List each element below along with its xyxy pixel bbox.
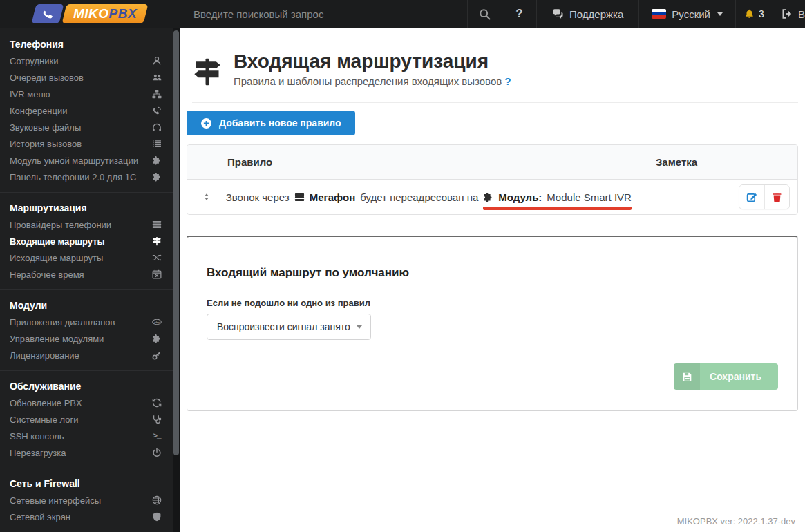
logout-button[interactable]: В bbox=[773, 0, 805, 28]
sidebar-item-sound-files[interactable]: Звуковые файлы bbox=[0, 119, 180, 135]
server-icon bbox=[151, 220, 163, 229]
column-note: Заметка bbox=[625, 156, 728, 168]
sidebar-item-network-interfaces[interactable]: Сетевые интерфейсы bbox=[0, 492, 180, 509]
sidebar-item-licensing[interactable]: Лицензирование bbox=[0, 347, 180, 363]
search-icon bbox=[479, 8, 491, 20]
users-icon bbox=[151, 73, 163, 82]
sidebar-item-call-queues[interactable]: Очереди вызовов bbox=[0, 69, 180, 86]
section-title: Телефония bbox=[0, 36, 180, 53]
rule-destination: Модуль: Module Smart IVR bbox=[483, 191, 632, 210]
bell-icon bbox=[744, 8, 755, 19]
sidebar-item-module-management[interactable]: Управление модулями bbox=[0, 330, 180, 347]
add-rule-button[interactable]: Добавить новое правило bbox=[187, 111, 355, 135]
version-label: MIKOPBX ver: 2022.1.37-dev bbox=[677, 516, 795, 526]
top-bar: MIKOPBX ? Поддержка Русский 3 В bbox=[0, 0, 805, 28]
chevron-down-icon bbox=[357, 325, 362, 329]
sidebar-item-firewall[interactable]: Сетевой экран bbox=[0, 509, 180, 525]
sign-out-icon bbox=[782, 8, 793, 19]
notifications-count: 3 bbox=[759, 8, 764, 19]
shuffle-icon bbox=[151, 253, 163, 263]
save-floppy-icon bbox=[674, 363, 700, 390]
rule-description: Звонок через Мегафон будет переадресован… bbox=[226, 191, 632, 203]
save-button[interactable]: Сохранить bbox=[674, 363, 778, 390]
default-route-title: Входящий маршрут по умолчанию bbox=[207, 266, 778, 280]
table-header-row: Правило Заметка bbox=[187, 145, 797, 180]
row-actions bbox=[739, 184, 790, 209]
terminal-icon: >_ bbox=[151, 432, 163, 440]
phone-logo-icon bbox=[32, 4, 64, 23]
table-row: Звонок через Мегафон будет переадресован… bbox=[187, 180, 797, 214]
search-button[interactable] bbox=[467, 0, 502, 28]
section-title: Обслуживание bbox=[0, 378, 180, 395]
sitemap-icon bbox=[151, 89, 163, 99]
search-area bbox=[180, 0, 467, 28]
sidebar-item-call-history[interactable]: История вызовов bbox=[0, 135, 180, 152]
sidebar-item-off-work-time[interactable]: Нерабочее время bbox=[0, 266, 180, 283]
sidebar-item-outgoing-routes[interactable]: Исходящие маршруты bbox=[0, 249, 180, 266]
sidebar-item-ivr-menu[interactable]: IVR меню bbox=[0, 86, 180, 102]
section-title: Модули bbox=[0, 297, 180, 314]
mikopbx-logo[interactable]: MIKOPBX bbox=[34, 4, 146, 23]
user-icon bbox=[151, 56, 163, 66]
puzzle-icon bbox=[483, 192, 493, 202]
puzzle-icon bbox=[151, 334, 163, 343]
sidebar-item-phone-panel-1c[interactable]: Панель телефонии 2.0 для 1С bbox=[0, 169, 180, 185]
shield-icon bbox=[151, 512, 163, 522]
sidebar-section-routing: Маршрутизация Провайдеры телефонии Входя… bbox=[0, 192, 180, 289]
signpost-icon bbox=[151, 236, 163, 246]
support-button[interactable]: Поддержка bbox=[536, 0, 638, 28]
sidebar: Телефония Сотрудники Очереди вызовов IVR… bbox=[0, 28, 180, 532]
signpost-page-icon bbox=[192, 54, 222, 93]
headphones-icon bbox=[151, 122, 163, 132]
globe-icon bbox=[151, 495, 163, 505]
sidebar-item-incoming-routes[interactable]: Входящие маршруты bbox=[0, 233, 180, 249]
search-input[interactable] bbox=[180, 8, 467, 20]
sort-icon bbox=[202, 192, 211, 202]
sidebar-item-reboot[interactable]: Перезагрузка bbox=[0, 444, 180, 461]
help-button[interactable]: ? bbox=[502, 0, 536, 28]
save-label: Сохранить bbox=[710, 371, 761, 382]
brand-text: MIKOPBX bbox=[62, 4, 149, 23]
subtitle-help-icon[interactable]: ? bbox=[504, 75, 511, 87]
column-rule: Правило bbox=[227, 156, 625, 168]
logout-label: В bbox=[798, 8, 805, 20]
page-header: Входящая маршрутизация Правила и шаблоны… bbox=[192, 51, 798, 103]
sidebar-item-ssh-console[interactable]: SSH консоль >_ bbox=[0, 428, 180, 444]
puzzle-icon bbox=[151, 172, 163, 182]
comments-icon bbox=[552, 8, 564, 19]
page-header-text: Входящая маршрутизация Правила и шаблоны… bbox=[234, 51, 511, 87]
drag-handle[interactable] bbox=[187, 192, 226, 202]
sidebar-item-pbx-update[interactable]: Обновление PBX bbox=[0, 395, 180, 411]
scrollbar-thumb[interactable] bbox=[173, 30, 179, 455]
notifications-button[interactable]: 3 bbox=[735, 0, 773, 28]
sidebar-section-modules: Модули Приложения диалпланов php Управле… bbox=[0, 289, 180, 370]
sidebar-item-employees[interactable]: Сотрудники bbox=[0, 53, 180, 69]
sidebar-item-system-logs[interactable]: Системные логи bbox=[0, 411, 180, 428]
add-rule-label: Добавить новое правило bbox=[219, 117, 341, 129]
destination-type: Модуль: bbox=[498, 191, 542, 203]
stethoscope-icon bbox=[151, 415, 163, 424]
default-action-select[interactable]: Воспроизвести сигнал занято bbox=[207, 314, 371, 340]
language-dropdown[interactable]: Русский bbox=[638, 0, 735, 28]
page-subtitle: Правила и шаблоны распределения входящих… bbox=[234, 75, 511, 87]
sidebar-scrollbar[interactable] bbox=[173, 28, 180, 532]
php-icon: php bbox=[151, 317, 163, 327]
sidebar-item-smart-routing-module[interactable]: Модуль умной маршрутизации bbox=[0, 152, 180, 169]
sidebar-item-conferences[interactable]: Конференции bbox=[0, 102, 180, 119]
brand-miko: MIKO bbox=[73, 6, 109, 21]
delete-rule-button[interactable] bbox=[764, 185, 789, 209]
sidebar-section-maintenance: Обслуживание Обновление PBX Системные ло… bbox=[0, 370, 180, 468]
phone-volume-icon bbox=[151, 106, 163, 115]
sync-icon bbox=[151, 398, 163, 408]
sidebar-item-providers[interactable]: Провайдеры телефонии bbox=[0, 216, 180, 233]
logo-box: MIKOPBX bbox=[0, 0, 180, 28]
sidebar-section-telephony: Телефония Сотрудники Очереди вызовов IVR… bbox=[0, 28, 180, 192]
sidebar-item-dialplan-applications[interactable]: Приложения диалпланов php bbox=[0, 314, 180, 330]
edit-rule-button[interactable] bbox=[739, 185, 764, 209]
brand-pbx: PBX bbox=[109, 6, 138, 21]
default-route-field-label: Если не подошло ни одно из правил bbox=[207, 298, 778, 308]
destination-name: Module Smart IVR bbox=[547, 191, 632, 203]
provider-name: Мегафон bbox=[310, 191, 356, 203]
default-action-value: Воспроизвести сигнал занято bbox=[217, 321, 355, 332]
support-label: Поддержка bbox=[569, 8, 623, 20]
